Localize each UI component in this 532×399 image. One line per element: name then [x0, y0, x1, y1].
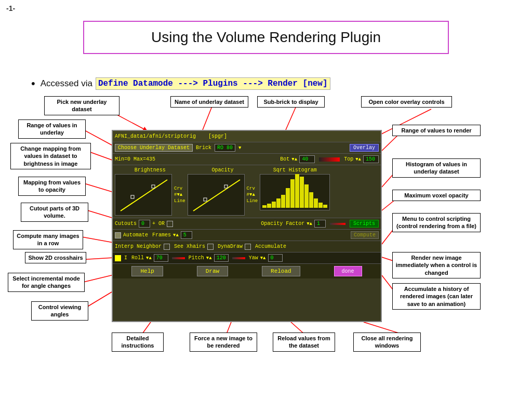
- bottom-row: Help Draw Reload done: [113, 264, 381, 278]
- svg-line-1: [203, 104, 213, 130]
- ann-range-underlay: Range of values in underlay: [18, 119, 86, 139]
- svg-line-22: [121, 180, 167, 211]
- svg-rect-24: [152, 185, 155, 188]
- ann-control-viewing: Control viewing angles: [31, 301, 88, 321]
- arrow-icon: ▼: [238, 145, 241, 151]
- automate-checkbox[interactable]: [115, 232, 121, 238]
- ui-seexhairs: See Xhairs: [174, 244, 205, 249]
- ui-cutouts: Cutouts: [115, 221, 137, 227]
- accessed-label: Accessed via: [41, 78, 92, 89]
- seexhairs-checkbox[interactable]: [207, 244, 214, 250]
- ui-bot: Bot: [280, 156, 289, 162]
- ann-force-new: Force a new image to be rendered: [190, 332, 257, 352]
- line-label1: Line: [174, 198, 185, 204]
- brightness-label: Brightness: [135, 167, 166, 173]
- overlay-btn[interactable]: Overlay: [350, 144, 379, 152]
- help-btn[interactable]: Help: [131, 266, 163, 276]
- histogram-label: Sqrt Histogram: [273, 167, 317, 173]
- ann-compute-many: Compute many images in a row: [13, 230, 83, 249]
- ui-automate: Automate: [123, 232, 148, 238]
- ui-minmax: Min=0 Max=435: [115, 156, 155, 162]
- graphs-row: Brightness Crv #▼▲ Line: [113, 165, 381, 218]
- ui-yaw: Yaw: [249, 255, 258, 261]
- ann-cutout-parts: Cutout parts of 3D volume.: [21, 203, 88, 222]
- svg-rect-26: [204, 198, 207, 201]
- ui-opacity-factor: Opacity Factor: [261, 221, 304, 227]
- ui-accumulate: Accumulate: [255, 244, 286, 249]
- ui-neighbor: Neighbor: [137, 244, 162, 249]
- ui-or: + OR: [152, 221, 165, 227]
- svg-line-2: [286, 104, 297, 130]
- ui-spgr: [spgr]: [208, 134, 227, 139]
- ui-pitch-val[interactable]: 120: [214, 254, 229, 262]
- neighbor-checkbox[interactable]: [164, 244, 170, 250]
- bullet: •: [31, 77, 35, 90]
- ann-menu-scripting: Menu to control scripting (control rende…: [392, 213, 481, 232]
- ann-reload-values: Reload values from the dataset: [273, 332, 335, 352]
- dynadraw-checkbox[interactable]: [245, 244, 251, 250]
- ann-histogram-vals: Histogram of values in underlay dataset: [392, 158, 481, 178]
- crv-label2: Crv: [247, 186, 258, 191]
- svg-rect-23: [131, 195, 134, 198]
- ann-render-new: Render new image immediately when a cont…: [392, 252, 481, 278]
- ann-show-2d: Show 2D crosshairs: [25, 252, 86, 263]
- ui-roll-val[interactable]: 70: [154, 254, 168, 262]
- scripts-btn[interactable]: Scripts: [350, 220, 379, 228]
- svg-line-25: [193, 180, 240, 211]
- or-checkbox[interactable]: [167, 221, 173, 227]
- ann-name-underlay: Name of underlay dataset: [170, 96, 248, 108]
- opacity-label: Opacity: [211, 167, 233, 173]
- brightness-section: Brightness Crv #▼▲ Line: [115, 167, 185, 216]
- ui-i: I: [124, 255, 127, 261]
- ann-close-all: Close all rendering windows: [353, 332, 421, 352]
- line-label2: Line: [247, 198, 258, 204]
- diagram-area: Pick new underlay dataset Name of underl…: [0, 96, 532, 399]
- brightness-curve: [115, 174, 172, 216]
- ann-select-incr: Select incremental mode for angle change…: [8, 273, 85, 292]
- crv-label1: Crv: [174, 186, 185, 191]
- ui-roll: Roll: [131, 255, 144, 261]
- ui-frames-val[interactable]: 5: [181, 231, 192, 239]
- histogram-section: Sqrt Histogram: [260, 167, 330, 216]
- ann-detailed-instr: Detailed instructions: [112, 332, 164, 352]
- ui-pitch: Pitch: [189, 255, 204, 261]
- opacity-curve: [188, 174, 245, 216]
- accessed-line: • Accessed via Define Datamode ---> Plug…: [31, 77, 330, 90]
- ui-opacity-val[interactable]: 1: [314, 220, 326, 228]
- hash-label1: #▼▲: [174, 192, 185, 197]
- ann-pick-underlay: Pick new underlay dataset: [44, 96, 119, 115]
- ui-top: Top: [344, 156, 353, 162]
- histogram-chart: [260, 174, 330, 210]
- ui-bot-val[interactable]: 40: [299, 155, 315, 163]
- ann-max-voxel: Maximum voxel opacity: [392, 190, 481, 201]
- page-counter: -1-: [6, 4, 15, 12]
- ui-brick-range: RO 80: [215, 144, 235, 152]
- ui-screenshot: AFNI_data1/afni/striptorig [spgr] Choose…: [112, 130, 382, 322]
- accessed-code: Define Datamode ---> Plugins ---> Render…: [96, 77, 330, 90]
- hash-label2: #▼▲: [247, 192, 258, 197]
- ann-open-color: Open color overlay controls: [361, 96, 452, 108]
- opacity-section: Opacity Crv #▼▲ Line: [188, 167, 258, 216]
- ui-path: AFNI_data1/afni/striptorig: [115, 134, 196, 139]
- reload-btn[interactable]: Reload: [262, 266, 300, 276]
- ann-accumulate: Accumulate a history of rendered images …: [392, 283, 481, 310]
- ui-top-val[interactable]: 150: [363, 155, 379, 163]
- ui-brick-label: Brick: [196, 145, 211, 151]
- ui-frames: Frames: [152, 232, 171, 238]
- ui-yaw-val[interactable]: 0: [268, 254, 283, 262]
- svg-line-12: [382, 135, 398, 151]
- compute-btn[interactable]: Compute: [351, 231, 379, 239]
- ui-dynadraw: DynaDraw: [218, 244, 243, 249]
- ann-range-render: Range of values to render: [392, 125, 481, 136]
- ann-change-mapping: Change mapping from values in dataset to…: [10, 143, 91, 169]
- done-btn[interactable]: done: [334, 266, 362, 276]
- ui-cutouts-val[interactable]: 0: [139, 220, 150, 228]
- ann-mapping-opacity: Mapping from values to opacity: [18, 177, 86, 196]
- ann-sub-brick: Sub-brick to display: [257, 96, 325, 108]
- ui-interp: Interp: [115, 244, 134, 249]
- draw-btn[interactable]: Draw: [197, 266, 228, 276]
- choose-underlay-btn[interactable]: Choose Underlay Dataset: [115, 144, 193, 152]
- title-box: Using the Volume Rendering Plugin: [83, 21, 449, 54]
- page-title: Using the Volume Rendering Plugin: [151, 29, 381, 45]
- yellow-square: [115, 255, 121, 261]
